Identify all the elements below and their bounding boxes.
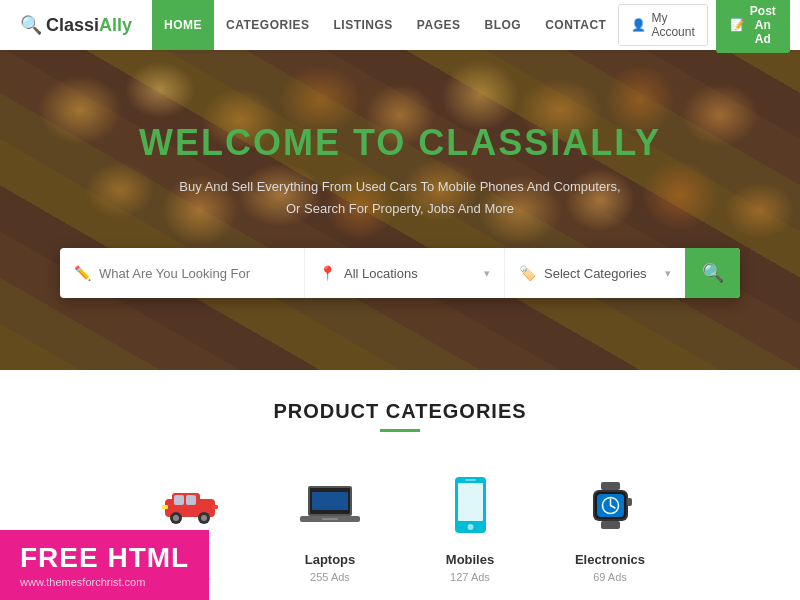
category-select-wrap[interactable]: 🏷️ Select Categories ▾ xyxy=(505,248,685,298)
electronics-icon-wrap xyxy=(575,470,645,540)
logo-text: ClassiAlly xyxy=(46,15,132,36)
nav-item-listings[interactable]: LISTINGS xyxy=(322,0,405,50)
electronics-name: Electronics xyxy=(575,552,645,567)
nav-item-categories[interactable]: CATEGORIES xyxy=(214,0,321,50)
svg-rect-9 xyxy=(212,505,218,509)
svg-point-7 xyxy=(201,515,207,521)
category-card-mobiles[interactable]: Mobiles 127 Ads xyxy=(400,460,540,593)
laptop-icon-wrap xyxy=(295,470,365,540)
electronics-count: 69 Ads xyxy=(593,571,627,583)
location-select-wrap[interactable]: 📍 All Locations ▾ xyxy=(305,248,505,298)
mobiles-name: Mobiles xyxy=(446,552,494,567)
nav-right: 👤 My Account 📝 Post An Ad xyxy=(618,0,789,53)
user-icon: 👤 xyxy=(631,18,646,32)
post-ad-button[interactable]: 📝 Post An Ad xyxy=(716,0,790,53)
laptops-count: 255 Ads xyxy=(310,571,350,583)
hero-section: WELCOME TO CLASSIALLY Buy And Sell Every… xyxy=(0,50,800,370)
svg-rect-19 xyxy=(601,482,620,490)
edit-icon: 📝 xyxy=(730,18,745,32)
search-input-wrap: ✏️ xyxy=(60,248,305,298)
category-select[interactable]: Select Categories xyxy=(544,266,659,281)
svg-rect-2 xyxy=(174,495,184,505)
nav-item-blog[interactable]: BLOG xyxy=(472,0,533,50)
search-bar: ✏️ 📍 All Locations ▾ 🏷️ Select Categorie… xyxy=(60,248,740,298)
hero-title: WELCOME TO CLASSIALLY xyxy=(60,122,740,164)
laptop-icon xyxy=(300,480,360,530)
search-icon: 🔍 xyxy=(702,262,724,284)
navbar: 🔍 ClassiAlly HOME CATEGORIES LISTINGS PA… xyxy=(0,0,800,50)
nav-item-home[interactable]: HOME xyxy=(152,0,214,50)
svg-rect-27 xyxy=(627,498,632,506)
svg-rect-8 xyxy=(162,505,168,509)
category-chevron-icon: ▾ xyxy=(665,267,671,280)
category-icon: 🏷️ xyxy=(519,265,536,281)
mobile-icon xyxy=(453,475,488,535)
location-select[interactable]: All Locations xyxy=(344,266,478,281)
mobile-icon-wrap xyxy=(435,470,505,540)
svg-rect-18 xyxy=(465,479,476,481)
location-chevron-icon: ▾ xyxy=(484,267,490,280)
svg-rect-14 xyxy=(312,492,348,510)
location-icon: 📍 xyxy=(319,265,336,281)
hero-content: WELCOME TO CLASSIALLY Buy And Sell Every… xyxy=(40,122,760,298)
smartwatch-icon xyxy=(583,478,638,533)
pencil-icon: ✏️ xyxy=(74,265,91,281)
search-button[interactable]: 🔍 xyxy=(685,248,740,298)
watermark: FREE HTML www.themesforchrist.com xyxy=(0,530,209,600)
svg-rect-13 xyxy=(322,518,338,520)
nav-item-contact[interactable]: CONTACT xyxy=(533,0,618,50)
hero-subtitle: Buy And Sell Everything From Used Cars T… xyxy=(60,176,740,220)
logo[interactable]: 🔍 ClassiAlly xyxy=(20,14,132,36)
laptops-name: Laptops xyxy=(305,552,356,567)
my-account-button[interactable]: 👤 My Account xyxy=(618,4,707,46)
svg-rect-16 xyxy=(458,483,483,521)
category-card-electronics[interactable]: Electronics 69 Ads xyxy=(540,460,680,593)
search-logo-icon: 🔍 xyxy=(20,14,42,36)
title-underline xyxy=(380,429,420,432)
car-icon xyxy=(160,485,220,525)
nav-links: HOME CATEGORIES LISTINGS PAGES BLOG CONT… xyxy=(152,0,618,50)
categories-title: PRODUCT CATEGORIES xyxy=(20,400,780,423)
search-input[interactable] xyxy=(99,266,290,281)
category-card-laptops[interactable]: Laptops 255 Ads xyxy=(260,460,400,593)
svg-rect-20 xyxy=(601,521,620,529)
nav-item-pages[interactable]: PAGES xyxy=(405,0,473,50)
svg-rect-3 xyxy=(186,495,196,505)
svg-point-5 xyxy=(173,515,179,521)
mobiles-count: 127 Ads xyxy=(450,571,490,583)
svg-point-17 xyxy=(467,524,473,530)
